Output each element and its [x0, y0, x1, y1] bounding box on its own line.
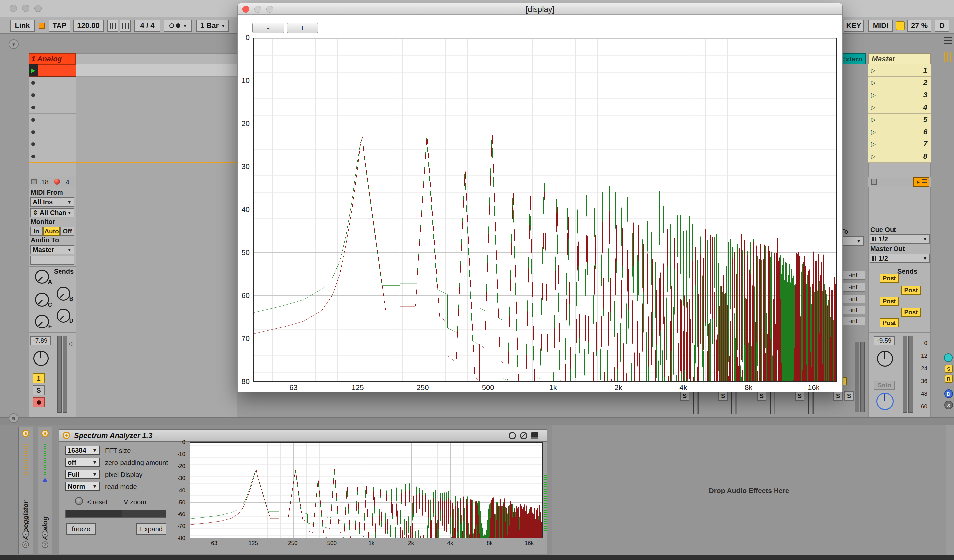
scene-play-icon[interactable]: ▷: [871, 116, 876, 123]
device-activator-icon[interactable]: [63, 432, 70, 439]
monitor-auto-button[interactable]: Auto: [43, 227, 60, 236]
device-track-strip-arpeggiator[interactable]: Arpeggiator ● ⊘: [18, 427, 33, 554]
stop-all-clips-button[interactable]: ►: [913, 177, 929, 187]
return-send-value[interactable]: -inf: [841, 271, 865, 280]
zoom-icon[interactable]: [34, 5, 42, 12]
metronome-button[interactable]: ▾: [164, 20, 192, 31]
scene-row[interactable]: ▷3: [868, 89, 931, 101]
monitor-in-button[interactable]: In: [30, 227, 42, 236]
delay-toggle-button[interactable]: D: [945, 389, 953, 398]
device-view-scrollbar[interactable]: [946, 425, 954, 555]
nudge-up-button[interactable]: [120, 20, 131, 31]
scene-row[interactable]: ▷1: [868, 64, 931, 77]
track1-activator-button[interactable]: 1: [33, 373, 45, 383]
master-pan-knob[interactable]: [877, 351, 893, 367]
scene-row[interactable]: ▷2: [868, 77, 931, 89]
fft-size-select[interactable]: 16384▼: [65, 446, 100, 455]
edit-icon[interactable]: [520, 432, 527, 439]
crossfader-knob[interactable]: [876, 393, 893, 410]
device-title-bar[interactable]: Spectrum Analyzer 1.3: [59, 429, 547, 442]
vzoom-slider[interactable]: [65, 510, 166, 518]
send-d-post-button[interactable]: Post: [901, 308, 921, 317]
zoom-out-button[interactable]: -: [252, 23, 284, 33]
master-solo-button[interactable]: Solo: [874, 381, 895, 390]
clip-slot-empty[interactable]: [29, 151, 76, 163]
send-d-knob[interactable]: D: [56, 308, 70, 322]
send-b-post-button[interactable]: Post: [901, 286, 921, 295]
clip-stop-icon[interactable]: [31, 106, 35, 109]
scene-row[interactable]: ▷4: [868, 101, 931, 114]
scene-play-icon[interactable]: ▷: [871, 67, 876, 74]
clip-stop-icon[interactable]: [31, 155, 35, 159]
send-b-knob[interactable]: B: [56, 287, 70, 300]
hamburger-icon[interactable]: [944, 37, 952, 44]
time-signature-field[interactable]: 4 / 4: [134, 20, 160, 31]
tap-tempo-button[interactable]: TAP: [48, 20, 70, 31]
minimize-icon[interactable]: [22, 5, 29, 12]
overdub-button[interactable]: D: [935, 20, 949, 31]
track1-volume-field[interactable]: -7.89: [30, 336, 50, 345]
return-solo-button[interactable]: S: [718, 391, 728, 401]
map-mode-icon[interactable]: [508, 432, 516, 439]
scene-play-icon[interactable]: ▷: [871, 104, 876, 111]
link-button[interactable]: Link: [10, 20, 34, 31]
clip-stop-icon[interactable]: [31, 81, 35, 85]
strip-lock-icon[interactable]: ⊘: [42, 541, 48, 548]
send-a-knob[interactable]: A: [35, 270, 49, 284]
zoom-in-button[interactable]: +: [287, 23, 318, 33]
send-e-post-button[interactable]: Post: [879, 318, 899, 327]
clip-slot-empty[interactable]: [29, 138, 76, 151]
midi-from-select[interactable]: All Ins▼: [30, 197, 75, 207]
clip-stop-icon[interactable]: [31, 143, 35, 146]
clip-play-button[interactable]: ▶: [29, 64, 37, 76]
send-a-post-button[interactable]: Post: [879, 274, 899, 283]
close-icon[interactable]: [9, 5, 17, 12]
strip-lock-icon[interactable]: ⊘: [22, 541, 29, 548]
track1-arm-button[interactable]: [33, 397, 45, 407]
returns-toggle-button[interactable]: R: [945, 375, 952, 383]
display-window-titlebar[interactable]: [display]: [238, 3, 842, 15]
read-mode-select[interactable]: Norm▼: [65, 482, 100, 491]
track1-solo-button[interactable]: S: [33, 385, 45, 395]
scene-row[interactable]: ▷7: [868, 138, 931, 151]
cue-out-select[interactable]: 1/2▼: [870, 235, 930, 244]
key-map-button[interactable]: KEY: [843, 20, 864, 31]
midi-channel-select[interactable]: ⇕All Channe▼: [30, 208, 75, 217]
return-send-value[interactable]: -inf: [841, 295, 865, 303]
track1-pan-knob[interactable]: [33, 351, 48, 366]
clip-body[interactable]: [37, 64, 76, 76]
midi-map-button[interactable]: MIDI: [868, 20, 893, 31]
return-send-value[interactable]: -inf: [841, 317, 865, 325]
scene-play-icon[interactable]: ▷: [871, 79, 876, 86]
io-toggle-button[interactable]: [944, 353, 952, 362]
device-track-strip-analog[interactable]: Analog ● ⊘: [37, 427, 52, 554]
clip-slot-playing[interactable]: ▶: [29, 64, 76, 77]
monitor-off-button[interactable]: Off: [61, 227, 75, 236]
scene-play-icon[interactable]: ▷: [871, 140, 876, 148]
track2-selected-slot[interactable]: [76, 64, 237, 77]
audio-to-sub-select[interactable]: [30, 256, 75, 265]
send-c-knob[interactable]: C: [35, 292, 49, 306]
return-strip-solo-button[interactable]: S: [844, 391, 854, 401]
track1-header[interactable]: 1 Analog: [29, 53, 76, 64]
zero-padding-select[interactable]: off▼: [65, 458, 100, 467]
clip-slot-empty[interactable]: [29, 77, 76, 89]
scene-play-icon[interactable]: ▷: [871, 91, 876, 99]
mixer-bars-icon[interactable]: [944, 53, 952, 62]
clip-slot-empty[interactable]: [29, 101, 76, 114]
sends-toggle-button[interactable]: S: [945, 365, 952, 373]
strip-toggle-icon[interactable]: ●: [42, 531, 48, 537]
quantization-menu[interactable]: 1 Bar▾: [196, 20, 229, 31]
return-solo-button[interactable]: S: [680, 391, 689, 401]
clip-stop-icon[interactable]: [31, 130, 35, 134]
track-activator-icon[interactable]: [22, 430, 29, 437]
clip-stop-icon[interactable]: [31, 118, 35, 121]
clip-stop-icon[interactable]: [31, 93, 35, 97]
scene-row[interactable]: ▷8: [868, 151, 931, 163]
return-send-value[interactable]: -inf: [841, 306, 865, 314]
pixel-display-select[interactable]: Full▼: [65, 470, 100, 479]
strip-toggle-icon[interactable]: ●: [22, 531, 29, 537]
clip-slot-empty[interactable]: [29, 114, 76, 126]
clip-indicator-icon[interactable]: ◁: [69, 341, 72, 347]
track-activator-icon[interactable]: [41, 430, 48, 437]
